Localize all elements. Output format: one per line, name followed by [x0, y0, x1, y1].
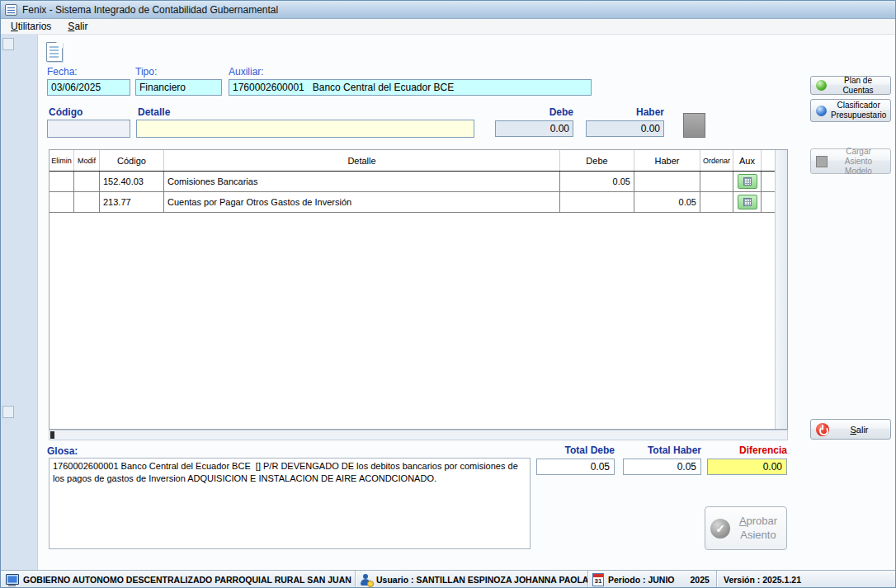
cell-detalle: Comisiones Bancarias — [164, 172, 560, 191]
side-panel-grip-bottom — [2, 406, 14, 418]
diferencia-value: 0.00 — [707, 459, 787, 475]
menubar: Utilitarios Salir — [1, 19, 895, 35]
cell-debe: 0.05 — [560, 172, 634, 191]
col-header-modif: Modif — [74, 150, 100, 171]
cell-elimin — [50, 172, 74, 191]
aprobar-asiento-button[interactable]: ✓ Aprobar Asiento — [705, 506, 787, 550]
app-icon — [5, 4, 17, 16]
cell-debe — [560, 192, 634, 212]
cell-ordenar — [700, 172, 733, 191]
table-header-row: Elimin Modif Código Detalle Debe Haber O… — [50, 150, 787, 172]
entry-action-button[interactable] — [683, 113, 705, 138]
total-debe-value: 0.05 — [536, 459, 615, 475]
glosa-textarea[interactable]: 1760002600001 Banco Central del Ecuador … — [49, 458, 531, 549]
model-square-icon — [816, 156, 828, 167]
debe-label: Debe — [495, 106, 573, 118]
col-header-detalle: Detalle — [164, 150, 560, 171]
journal-entry-panel: Fecha: Tipo: Auxiliar: Plan de Cuentas C… — [37, 35, 896, 570]
app-window: Fenix - Sistema Integrado de Contabilida… — [0, 0, 896, 588]
statusbar-user: Usuario : SANTILLAN ESPINOZA JOHANNA PAO… — [356, 571, 588, 588]
table-horizontal-scrollbar[interactable] — [49, 430, 788, 440]
cell-haber: 0.05 — [634, 192, 700, 212]
check-icon: ✓ — [710, 519, 730, 539]
scrollbar-thumb[interactable] — [50, 431, 54, 439]
codigo-input[interactable] — [47, 120, 130, 138]
cell-detalle: Cuentas por Pagar Otros Gastos de Invers… — [164, 192, 560, 212]
side-panel-grip-top — [2, 38, 14, 50]
debe-input[interactable] — [495, 120, 573, 137]
plan-de-cuentas-button[interactable]: Plan de Cuentas — [810, 76, 891, 95]
cell-haber — [634, 172, 700, 191]
statusbar-entity: GOBIERNO AUTONOMO DESCENTRALIZADO PARROQ… — [1, 571, 356, 588]
clasificador-presupuestario-button[interactable]: Clasificador Presupuestario — [810, 99, 891, 122]
detalle-label: Detalle — [138, 106, 170, 118]
col-header-debe: Debe — [560, 150, 634, 171]
blue-globe-icon — [816, 106, 827, 116]
salir-button[interactable]: Salir — [810, 419, 891, 440]
table-row[interactable]: 213.77 Cuentas por Pagar Otros Gastos de… — [50, 192, 787, 213]
col-header-aux: Aux — [733, 150, 762, 171]
statusbar: GOBIERNO AUTONOMO DESCENTRALIZADO PARROQ… — [1, 570, 896, 588]
auxiliar-label: Auxiliar: — [229, 66, 264, 78]
diferencia-label: Diferencia — [707, 445, 787, 456]
clock-badge-icon — [367, 581, 374, 587]
total-haber-value: 0.05 — [623, 459, 701, 475]
col-header-codigo: Código — [100, 150, 164, 171]
haber-label: Haber — [586, 106, 664, 118]
cargar-asiento-modelo-button[interactable]: Cargar Asiento Modelo — [810, 148, 891, 174]
table-vertical-scrollbar[interactable] — [775, 150, 787, 429]
statusbar-period: 31 Periodo : JUNIO 2025 — [588, 571, 717, 588]
titlebar: Fenix - Sistema Integrado de Contabilida… — [1, 1, 895, 19]
calendar-icon: 31 — [592, 573, 604, 586]
green-globe-icon — [816, 80, 827, 91]
entries-table: Elimin Modif Código Detalle Debe Haber O… — [49, 149, 788, 430]
user-icon — [360, 574, 372, 586]
tipo-input[interactable] — [135, 79, 222, 96]
document-icon — [46, 42, 63, 62]
col-header-elimin: Elimin — [50, 150, 74, 171]
total-haber-label: Total Haber — [623, 445, 701, 456]
power-icon — [816, 423, 829, 436]
computer-icon — [5, 574, 19, 586]
cell-codigo: 213.77 — [100, 192, 164, 212]
auxiliar-input[interactable] — [229, 79, 592, 96]
aux-detail-button[interactable] — [738, 195, 757, 209]
fecha-input[interactable] — [47, 79, 130, 96]
glosa-label: Glosa: — [47, 445, 78, 457]
col-header-ordenar: Ordenar — [700, 150, 733, 171]
codigo-label: Código — [49, 106, 83, 118]
cell-aux — [733, 192, 762, 212]
cell-modif — [74, 172, 100, 191]
menu-utilitarios[interactable]: Utilitarios — [4, 20, 58, 33]
col-header-haber: Haber — [634, 150, 700, 171]
window-title: Fenix - Sistema Integrado de Contabilida… — [22, 4, 278, 16]
new-entry-toolbar-button[interactable] — [43, 40, 66, 64]
grid-icon — [743, 198, 752, 206]
cell-ordenar — [700, 192, 733, 212]
menu-salir[interactable]: Salir — [61, 20, 94, 33]
table-row[interactable]: 152.40.03 Comisiones Bancarias 0.05 — [50, 172, 787, 192]
aux-detail-button[interactable] — [738, 174, 757, 189]
total-debe-label: Total Debe — [536, 445, 615, 456]
cell-modif — [74, 192, 100, 212]
client-area: Fecha: Tipo: Auxiliar: Plan de Cuentas C… — [1, 35, 896, 570]
cell-codigo: 152.40.03 — [100, 172, 164, 191]
statusbar-version: Versión : 2025.1.21 — [717, 571, 896, 588]
haber-input[interactable] — [586, 120, 664, 137]
fecha-label: Fecha: — [47, 66, 78, 78]
tipo-label: Tipo: — [135, 66, 157, 78]
cell-aux — [733, 172, 762, 191]
detalle-input[interactable] — [136, 120, 474, 138]
grid-icon — [743, 177, 752, 186]
cell-elimin — [50, 192, 74, 212]
